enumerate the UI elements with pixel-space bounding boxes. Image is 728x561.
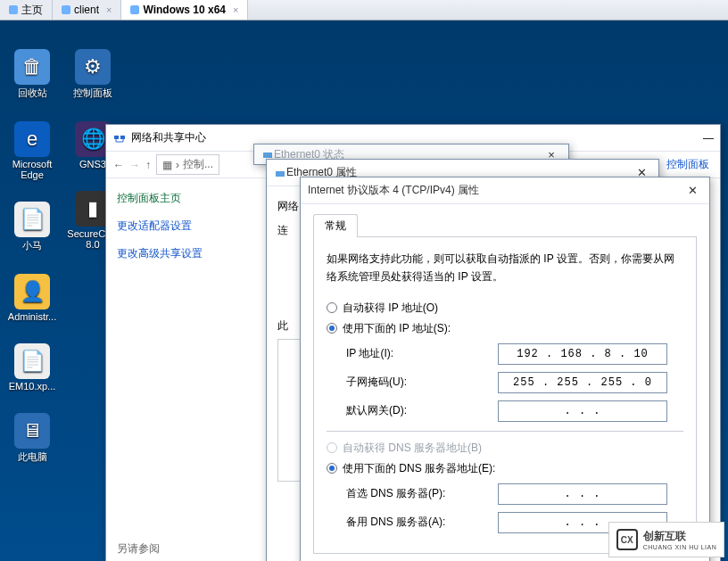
- separator: [327, 431, 683, 432]
- icon-label: 此电脑: [5, 450, 59, 464]
- field-label: 首选 DNS 服务器(P):: [346, 486, 498, 501]
- icon-label: EM10.xp...: [5, 381, 59, 392]
- link-label: 控制面板主页: [117, 192, 181, 204]
- ip-input[interactable]: 192 . 168 . 8 . 10: [498, 343, 667, 365]
- tab-label: 主页: [21, 3, 43, 18]
- control-panel[interactable]: ⚙控制面板: [66, 49, 120, 100]
- vm-icon: [130, 5, 139, 14]
- brand-logo: CX: [616, 529, 638, 550]
- administrator-folder[interactable]: 👤Administr...: [5, 274, 59, 322]
- right-hint[interactable]: 控制面板: [666, 157, 709, 172]
- icon-label: Microsoft Edge: [5, 159, 59, 180]
- radio-label: 自动获得 DNS 服务器地址(B): [343, 441, 482, 456]
- radio-label: 自动获得 IP 地址(O): [343, 301, 438, 316]
- brand-watermark: CX 创新互联 CHUANG XIN HU LIAN: [608, 522, 724, 557]
- edge-icon: e: [14, 121, 50, 157]
- field-dns1: 首选 DNS 服务器(P): . . .: [346, 483, 683, 505]
- radio-label: 使用下面的 IP 地址(S):: [343, 321, 451, 336]
- field-label: 备用 DNS 服务器(A):: [346, 515, 498, 530]
- em10[interactable]: 📄EM10.xp...: [5, 343, 59, 392]
- icon-label: 控制面板: [66, 87, 120, 100]
- svg-rect-3: [276, 171, 285, 177]
- back-button[interactable]: ←: [113, 159, 124, 171]
- window-ipv4-properties: Internet 协议版本 4 (TCP/IPv4) 属性 ✕ 常规 如果网络支…: [300, 177, 710, 561]
- up-button[interactable]: ↑: [145, 159, 151, 171]
- radio-icon: [327, 442, 337, 453]
- radio-icon: [327, 463, 337, 474]
- link-label: 更改适配器设置: [117, 219, 192, 232]
- radio-auto-dns: 自动获得 DNS 服务器地址(B): [327, 441, 683, 456]
- close-button[interactable]: ✕: [681, 184, 704, 197]
- svg-rect-2: [263, 153, 272, 158]
- tab-client[interactable]: client×: [53, 0, 121, 20]
- forward-button[interactable]: →: [129, 159, 140, 171]
- tab-label: Windows 10 x64: [143, 4, 226, 16]
- vm-icon: [62, 5, 70, 14]
- field-mask: 子网掩码(U): 255 . 255 . 255 . 0: [346, 372, 683, 393]
- link-label: 更改高级共享设置: [117, 247, 203, 260]
- recycle-bin[interactable]: 🗑回收站: [5, 49, 59, 100]
- home-icon: [9, 5, 18, 14]
- tab-label: 常规: [325, 219, 346, 232]
- titlebar: Internet 协议版本 4 (TCP/IPv4) 属性 ✕: [301, 177, 709, 204]
- dns1-input[interactable]: . . .: [498, 483, 667, 505]
- field-ip: IP 地址(I): 192 . 168 . 8 . 10: [346, 343, 683, 365]
- pc-icon: 🖥: [14, 413, 50, 449]
- description: 如果网络支持此功能，则可以获取自动指派的 IP 设置。否则，你需要从网络系统管理…: [327, 250, 683, 286]
- close-icon[interactable]: ×: [103, 4, 112, 15]
- radio-use-dns[interactable]: 使用下面的 DNS 服务器地址(E):: [327, 461, 683, 476]
- window-title: 网络和共享中心: [131, 130, 206, 145]
- gateway-input[interactable]: . . .: [498, 400, 667, 422]
- app-icon: 📄: [14, 202, 50, 237]
- field-gateway: 默认网关(D): . . .: [346, 400, 683, 422]
- field-label: 子网掩码(U):: [346, 375, 498, 390]
- field-label: IP 地址(I):: [346, 346, 498, 361]
- mask-input[interactable]: 255 . 255 . 255 . 0: [498, 372, 667, 393]
- tabs: 常规: [313, 213, 697, 237]
- icon-label: 回收站: [5, 87, 59, 100]
- radio-icon: [327, 302, 337, 313]
- xiaoma[interactable]: 📄小马: [5, 202, 59, 252]
- svg-rect-0: [114, 136, 119, 139]
- close-icon[interactable]: ×: [229, 4, 238, 15]
- folder-icon: 👤: [14, 274, 50, 309]
- field-label: 默认网关(D):: [346, 403, 498, 418]
- minimize-button[interactable]: —: [697, 132, 720, 144]
- see-also-label: 另请参阅: [117, 541, 235, 557]
- tab-general[interactable]: 常规: [313, 214, 358, 237]
- window-title: Internet 协议版本 4 (TCP/IPv4) 属性: [308, 183, 479, 198]
- brand-zh: 创新互联: [643, 529, 717, 544]
- radio-auto-ip[interactable]: 自动获得 IP 地址(O): [327, 301, 683, 316]
- svg-rect-1: [120, 136, 125, 139]
- tab-home[interactable]: 主页: [0, 0, 53, 20]
- radio-label: 使用下面的 DNS 服务器地址(E):: [343, 461, 495, 476]
- adapter-icon: [274, 167, 286, 179]
- network-icon: [113, 132, 126, 144]
- sidebar: 控制面板主页 更改适配器设置 更改高级共享设置 另请参阅 Internet 选项: [106, 180, 245, 561]
- tab-panel: 如果网络支持此功能，则可以获取自动指派的 IP 设置。否则，你需要从网络系统管理…: [313, 237, 697, 554]
- edge[interactable]: eMicrosoft Edge: [5, 121, 59, 180]
- tab-active[interactable]: Windows 10 x64×: [121, 0, 248, 20]
- radio-use-ip[interactable]: 使用下面的 IP 地址(S):: [327, 321, 683, 336]
- tab-strip: 主页 client× Windows 10 x64×: [0, 0, 728, 21]
- icon-label: 小马: [5, 239, 59, 252]
- sidebar-link-home[interactable]: 控制面板主页: [117, 191, 235, 206]
- recycle-icon: 🗑: [14, 49, 50, 85]
- sidebar-link-adapter[interactable]: 更改适配器设置: [117, 219, 235, 234]
- desktop: 🗑回收站 eMicrosoft Edge 📄小马 👤Administr... 📄…: [0, 21, 728, 561]
- brand-py: CHUANG XIN HU LIAN: [643, 544, 717, 550]
- controlpanel-icon: ⚙: [75, 49, 111, 85]
- icon-label: Administr...: [5, 311, 59, 322]
- breadcrumb-label: 控制...: [183, 157, 213, 172]
- file-icon: 📄: [14, 343, 50, 379]
- desktop-icons-col1: 🗑回收站 eMicrosoft Edge 📄小马 👤Administr... 📄…: [5, 49, 59, 464]
- breadcrumb-icon: ▦: [162, 159, 172, 171]
- body: 常规 如果网络支持此功能，则可以获取自动指派的 IP 设置。否则，你需要从网络系…: [301, 204, 709, 554]
- breadcrumb[interactable]: ▦ › 控制...: [156, 154, 219, 175]
- tab-label: client: [74, 4, 99, 16]
- this-pc[interactable]: 🖥此电脑: [5, 413, 59, 464]
- sidebar-link-sharing[interactable]: 更改高级共享设置: [117, 246, 235, 261]
- radio-icon: [327, 323, 337, 334]
